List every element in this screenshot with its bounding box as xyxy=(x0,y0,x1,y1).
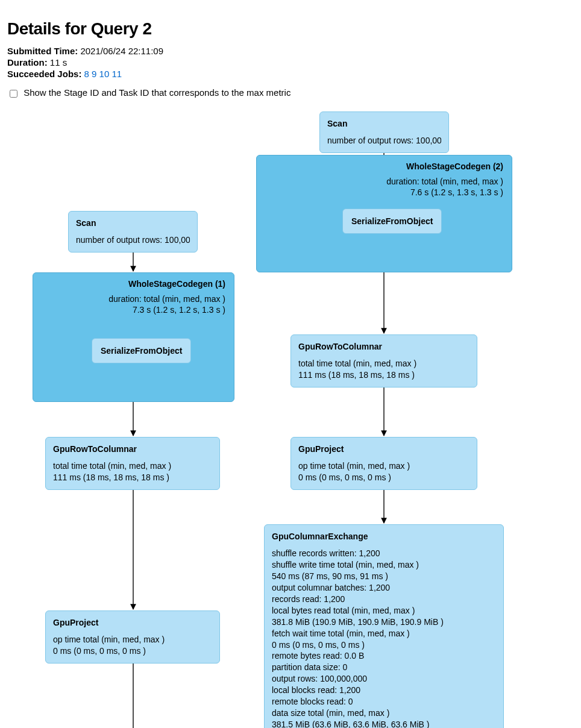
show-stage-task-id-checkbox[interactable] xyxy=(10,90,17,98)
node-wholestagecodegen-2[interactable]: WholeStageCodegen (2) duration: total (m… xyxy=(256,155,512,272)
node-scan-left[interactable]: Scan number of output rows: 100,000,000 xyxy=(68,211,198,253)
page-title: Details for Query 2 xyxy=(7,19,574,39)
duration-label: Duration: xyxy=(7,57,48,67)
submitted-time-row: Submitted Time: 2021/06/24 22:11:09 xyxy=(7,46,574,56)
node-title: GpuRowToColumnar xyxy=(53,444,212,455)
node-metric: number of output rows: 100,000,000 xyxy=(76,234,190,246)
job-link-0[interactable]: 8 xyxy=(84,69,89,79)
node-metric: data size total (min, med, max ) xyxy=(272,708,496,719)
node-metric: duration: total (min, med, max ) xyxy=(265,176,503,187)
node-gpuproject-left[interactable]: GpuProject op time total (min, med, max … xyxy=(45,610,220,664)
node-metric: shuffle write time total (min, med, max … xyxy=(272,559,496,571)
node-title: GpuColumnarExchange xyxy=(272,531,496,542)
duration-value: 11 s xyxy=(50,57,67,67)
checkbox-row: Show the Stage ID and Task ID that corre… xyxy=(7,87,574,99)
succeeded-jobs-label: Succeeded Jobs: xyxy=(7,69,81,79)
node-metric: output rows: 100,000,000 xyxy=(272,673,496,685)
show-stage-task-id-label: Show the Stage ID and Task ID that corre… xyxy=(24,87,290,98)
node-gpurowtocolumnar-right[interactable]: GpuRowToColumnar total time total (min, … xyxy=(290,334,477,388)
node-metric: total time total (min, med, max ) xyxy=(298,358,470,369)
node-metric: 0 ms (0 ms, 0 ms, 0 ms ) xyxy=(272,639,496,651)
node-metric: 111 ms (18 ms, 18 ms, 18 ms ) xyxy=(53,472,212,483)
node-metric: records read: 1,200 xyxy=(272,594,496,605)
node-metric: 7.3 s (1.2 s, 1.2 s, 1.3 s ) xyxy=(42,304,225,316)
node-title: GpuProject xyxy=(53,617,212,629)
node-gpucolumnarexchange[interactable]: GpuColumnarExchange shuffle records writ… xyxy=(264,524,504,728)
submitted-time-label: Submitted Time: xyxy=(7,46,78,56)
node-metric: local bytes read total (min, med, max ) xyxy=(272,605,496,617)
dag-visualization[interactable]: Scan number of output rows: 100,000,000 … xyxy=(7,107,574,728)
node-metric: remote bytes read: 0.0 B xyxy=(272,650,496,662)
node-metric: shuffle records written: 1,200 xyxy=(272,548,496,559)
node-gpuproject-right[interactable]: GpuProject op time total (min, med, max … xyxy=(290,437,477,491)
node-metric: remote blocks read: 0 xyxy=(272,696,496,708)
node-metric: 381.5 MiB (63.6 MiB, 63.6 MiB, 63.6 MiB … xyxy=(272,719,496,728)
node-metric: 540 ms (87 ms, 90 ms, 91 ms ) xyxy=(272,571,496,582)
node-metric: 0 ms (0 ms, 0 ms, 0 ms ) xyxy=(298,472,470,483)
node-metric: op time total (min, med, max ) xyxy=(298,460,470,472)
job-link-1[interactable]: 9 xyxy=(92,69,96,79)
submitted-time-value: 2021/06/24 22:11:09 xyxy=(80,46,163,56)
node-metric: op time total (min, med, max ) xyxy=(53,634,212,645)
node-metric: number of output rows: 100,000,000 xyxy=(327,135,441,146)
job-link-3[interactable]: 11 xyxy=(111,69,122,79)
node-metric: 381.8 MiB (190.9 MiB, 190.9 MiB, 190.9 M… xyxy=(272,617,496,628)
node-metric: 7.6 s (1.2 s, 1.3 s, 1.3 s ) xyxy=(265,187,503,198)
node-title: WholeStageCodegen (2) xyxy=(265,162,503,171)
node-serializefromobject-right[interactable]: SerializeFromObject xyxy=(342,209,442,234)
node-metric: fetch wait time total (min, med, max ) xyxy=(272,628,496,639)
node-title: Scan xyxy=(327,118,441,130)
node-metric: local blocks read: 1,200 xyxy=(272,685,496,696)
node-metric: partition data size: 0 xyxy=(272,662,496,673)
node-metric: 111 ms (18 ms, 18 ms, 18 ms ) xyxy=(298,369,470,381)
node-gpurowtocolumnar-left[interactable]: GpuRowToColumnar total time total (min, … xyxy=(45,437,220,491)
node-metric: total time total (min, med, max ) xyxy=(53,460,212,472)
node-scan-right[interactable]: Scan number of output rows: 100,000,000 xyxy=(319,111,449,154)
node-metric: output columnar batches: 1,200 xyxy=(272,582,496,594)
node-metric: 0 ms (0 ms, 0 ms, 0 ms ) xyxy=(53,645,212,657)
node-title: GpuProject xyxy=(298,444,470,455)
node-title: Scan xyxy=(76,218,190,229)
node-wholestagecodegen-1[interactable]: WholeStageCodegen (1) duration: total (m… xyxy=(33,272,234,402)
job-link-2[interactable]: 10 xyxy=(99,69,110,79)
node-title: GpuRowToColumnar xyxy=(298,341,470,353)
duration-row: Duration: 11 s xyxy=(7,57,574,67)
node-title: WholeStageCodegen (1) xyxy=(42,279,225,289)
succeeded-jobs-row: Succeeded Jobs: 8 9 10 11 xyxy=(7,69,574,79)
node-serializefromobject-left[interactable]: SerializeFromObject xyxy=(92,338,191,363)
node-metric: duration: total (min, med, max ) xyxy=(42,293,225,305)
